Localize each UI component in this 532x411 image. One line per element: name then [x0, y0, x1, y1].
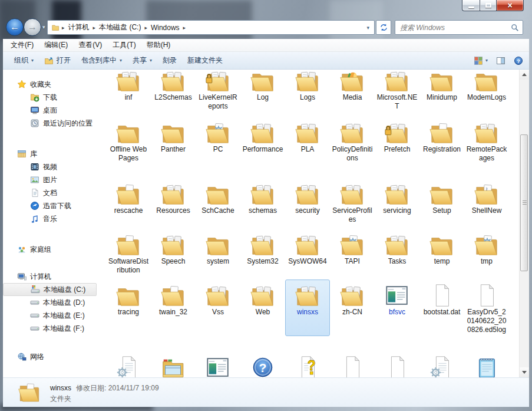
- sidebar-item[interactable]: 视频: [3, 160, 100, 173]
- preview-pane-button[interactable]: [496, 56, 505, 65]
- sidebar-item[interactable]: 本地磁盘 (D:): [3, 296, 100, 309]
- file-tile[interactable]: Tasks: [375, 229, 419, 277]
- file-tile[interactable]: schemas: [240, 178, 285, 226]
- menu-item[interactable]: 帮助(H): [141, 39, 176, 51]
- sidebar-item[interactable]: 文档: [3, 186, 100, 199]
- file-tile[interactable]: TAPI: [330, 229, 375, 277]
- sidebar-item[interactable]: 本地磁盘 (C:): [3, 283, 97, 296]
- file-tile[interactable]: Logs: [285, 70, 330, 113]
- back-button[interactable]: ←: [6, 18, 24, 36]
- file-tile[interactable]: Prefetch: [375, 117, 419, 165]
- search-input[interactable]: [399, 23, 511, 32]
- sidebar-item[interactable]: 桌面: [3, 104, 100, 117]
- file-tile[interactable]: bootstat.dat: [419, 280, 464, 336]
- address-bar[interactable]: ▸计算机▸本地磁盘 (C:)▸Windows▸ ▾: [47, 20, 375, 35]
- file-tile[interactable]: inf: [106, 70, 151, 113]
- file-tile[interactable]: tmp: [464, 229, 509, 277]
- file-tile[interactable]: Panther: [151, 117, 196, 165]
- sidebar-item[interactable]: 计算机: [3, 270, 100, 283]
- address-dropdown-icon[interactable]: ▾: [364, 25, 372, 31]
- file-tile[interactable]: Minidump: [419, 70, 464, 113]
- file-tile[interactable]: tracing: [106, 280, 151, 336]
- file-tile[interactable]: Resources: [151, 178, 196, 226]
- file-tile[interactable]: PolicyDefinitions: [330, 117, 375, 165]
- sidebar-item[interactable]: 收藏夹: [3, 78, 100, 91]
- toolbar-button[interactable]: 共享▾: [127, 53, 157, 68]
- sidebar-item[interactable]: 网络: [3, 350, 100, 363]
- breadcrumb-separator-icon[interactable]: ▸: [92, 25, 97, 31]
- sidebar-item[interactable]: 图片: [3, 173, 100, 186]
- file-tile[interactable]: Microsoft.NET: [375, 70, 419, 113]
- file-tile[interactable]: twain_32: [151, 280, 196, 336]
- file-tile[interactable]: [330, 351, 375, 377]
- toolbar-button[interactable]: 刻录: [157, 53, 182, 68]
- sidebar-item[interactable]: 本地磁盘 (E:): [3, 309, 100, 322]
- change-view-button[interactable]: ▾: [474, 56, 488, 65]
- breadcrumb-separator-icon[interactable]: ▸: [182, 25, 187, 31]
- toolbar-button[interactable]: 新建文件夹: [182, 53, 228, 68]
- vertical-scrollbar[interactable]: [519, 70, 529, 377]
- file-tile[interactable]: SoftwareDistribution: [106, 229, 151, 277]
- file-tile[interactable]: Vss: [196, 280, 240, 336]
- sidebar-item[interactable]: 本地磁盘 (F:): [3, 322, 100, 335]
- refresh-button[interactable]: [376, 20, 391, 35]
- file-tile[interactable]: [464, 351, 509, 377]
- sidebar-item[interactable]: 音乐: [3, 212, 100, 225]
- menu-item[interactable]: 编辑(E): [39, 39, 73, 51]
- breadcrumb-item[interactable]: 本地磁盘 (C:): [97, 21, 143, 34]
- file-tile[interactable]: System32: [240, 229, 285, 277]
- file-tile[interactable]: L2Schemas: [151, 70, 196, 113]
- file-tile[interactable]: Performance: [240, 117, 285, 165]
- sidebar-item[interactable]: 家庭组: [3, 243, 100, 256]
- file-tile[interactable]: system: [196, 229, 240, 277]
- menu-item[interactable]: 文件(F): [5, 39, 39, 51]
- scroll-up-button[interactable]: [520, 70, 529, 80]
- file-tile[interactable]: PC: [196, 117, 240, 165]
- minimize-button[interactable]: [462, 0, 480, 11]
- recent-pages-chevron-icon[interactable]: ▾: [42, 24, 45, 30]
- file-tile[interactable]: LiveKernelReports: [196, 70, 240, 113]
- toolbar-button[interactable]: 打开: [39, 53, 76, 68]
- sidebar-item[interactable]: 最近访问的位置: [3, 117, 100, 130]
- maximize-button[interactable]: [480, 0, 497, 11]
- file-tile[interactable]: ?: [240, 351, 285, 377]
- file-tile[interactable]: servicing: [375, 178, 419, 226]
- breadcrumb-separator-icon[interactable]: ▸: [61, 25, 66, 31]
- file-tile[interactable]: Setup: [419, 178, 464, 226]
- toolbar-button[interactable]: 组织▾: [9, 53, 39, 68]
- file-tile[interactable]: EasyDrv5_20140622_200826.ed5log: [464, 280, 509, 336]
- forward-button[interactable]: →: [24, 18, 41, 36]
- menu-item[interactable]: 工具(T): [107, 39, 141, 51]
- sidebar-item[interactable]: 库: [3, 147, 100, 160]
- file-tile[interactable]: Registration: [419, 117, 464, 165]
- file-tile[interactable]: ModemLogs: [464, 70, 509, 113]
- breadcrumb-item[interactable]: 计算机: [66, 21, 92, 34]
- file-tile[interactable]: ?: [285, 351, 330, 377]
- file-tile[interactable]: Media: [330, 70, 375, 113]
- breadcrumb-item[interactable]: Windows: [148, 22, 182, 33]
- file-tile[interactable]: RemotePackages: [464, 117, 509, 165]
- file-tile[interactable]: PLA: [285, 117, 330, 165]
- help-button[interactable]: ?: [514, 56, 523, 65]
- file-tile[interactable]: Log: [240, 70, 285, 113]
- toolbar-button[interactable]: 包含到库中▾: [76, 53, 127, 68]
- file-tile[interactable]: rescache: [106, 178, 151, 226]
- file-tile[interactable]: [196, 351, 240, 377]
- breadcrumb-separator-icon[interactable]: ▸: [143, 25, 148, 31]
- sidebar-item[interactable]: 下载: [3, 91, 100, 104]
- file-tile[interactable]: Web: [240, 280, 285, 336]
- file-tile[interactable]: [419, 351, 464, 377]
- file-tile[interactable]: winsxs: [285, 280, 330, 336]
- file-tile[interactable]: [151, 351, 196, 377]
- file-tile[interactable]: [106, 351, 151, 377]
- file-tile[interactable]: bfsvc: [375, 280, 419, 336]
- file-tile[interactable]: [375, 351, 419, 377]
- file-tile[interactable]: security: [285, 178, 330, 226]
- file-tile[interactable]: Speech: [151, 229, 196, 277]
- file-tile[interactable]: zh-CN: [330, 280, 375, 336]
- scroll-down-button[interactable]: [520, 367, 529, 377]
- scrollbar-thumb[interactable]: [520, 134, 528, 271]
- file-tile[interactable]: ShellNew: [464, 178, 509, 226]
- menu-item[interactable]: 查看(V): [73, 39, 107, 51]
- sidebar-item[interactable]: 迅雷下载: [3, 199, 100, 212]
